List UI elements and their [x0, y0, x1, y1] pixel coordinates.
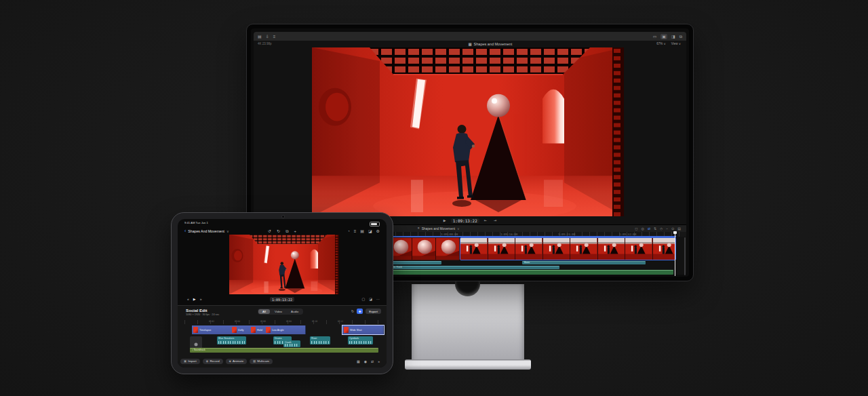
timeline-index-icon[interactable]: ≡ — [418, 227, 420, 231]
zoom-fit-icon[interactable]: ⊙ — [671, 227, 674, 231]
share-icon[interactable]: ⧉ — [679, 35, 682, 39]
solo-icon[interactable]: ◇ — [660, 227, 663, 231]
timeline-clip-dancer[interactable] — [460, 237, 676, 260]
battery-icon — [370, 222, 380, 226]
inspector-layout-icon[interactable]: ◨ — [671, 35, 675, 39]
timeline-project-menu[interactable]: Shapes and Movement — [422, 227, 455, 231]
clip-appearance-icon[interactable]: ◻ — [635, 227, 637, 231]
waveform — [311, 341, 329, 344]
ipad-transport: « ▶ » 1:09:13:22 ▢ ◪ ⋯ — [178, 296, 387, 303]
multicam-icon: ▦ — [253, 360, 256, 363]
video-clip[interactable]: Timelapse — [192, 325, 231, 334]
connected-audio-clip-bass[interactable]: Bass — [522, 261, 646, 264]
music-clip[interactable]: ♪ Soundtrack — [190, 348, 378, 353]
record-icon: ◉ — [206, 360, 209, 363]
multicam-button[interactable]: ▦ Multicam — [250, 359, 273, 364]
sidebar-icon[interactable]: ▤ — [258, 35, 262, 39]
skip-back-icon[interactable]: « — [187, 298, 189, 301]
clip-thumbnail — [251, 327, 256, 333]
undo-icon[interactable]: ↺ — [268, 229, 271, 233]
render-status-icon[interactable]: ◔ — [347, 229, 350, 233]
import-button[interactable]: ▣ Import — [180, 359, 200, 364]
layout-icon[interactable]: ◪ — [368, 229, 372, 233]
view-menu[interactable]: View ∨ — [671, 42, 681, 45]
export-button[interactable]: Export — [366, 309, 381, 314]
audio-clip[interactable]: Riser — [310, 336, 330, 344]
segment-video[interactable]: Video — [271, 309, 286, 314]
viewer-video[interactable] — [312, 47, 624, 216]
music-audio-clip[interactable] — [384, 270, 673, 275]
timeline-clip-discoball[interactable] — [388, 237, 460, 260]
waveform — [349, 341, 372, 344]
import-icon: ▣ — [184, 360, 186, 363]
audio-skimming-icon[interactable]: ⇅ — [654, 227, 656, 231]
clip-appearance-icon[interactable]: ▦ — [357, 360, 360, 363]
loop-icon[interactable]: ⇤ — [484, 219, 487, 222]
range-icon[interactable]: ⇥ — [494, 219, 496, 222]
fullscreen-icon[interactable]: ▢ — [362, 298, 366, 301]
viewer-info-label: 4K 23.98p — [258, 42, 272, 45]
back-icon[interactable]: ‹ — [184, 229, 186, 233]
timeline-tool-icons: ◻ ◎ ⇄ ⇅ ◇ − ⊙ ▤ — [635, 227, 681, 231]
video-clip-selected[interactable]: Wide Shot — [342, 325, 384, 334]
refresh-icon[interactable]: ↻ — [351, 310, 354, 313]
animate-button[interactable]: ◆ Animate — [226, 359, 248, 364]
jog-wheel-icon[interactable]: ◈ — [357, 309, 363, 314]
browser-icon[interactable]: ≡ — [354, 229, 357, 233]
play-icon[interactable]: ▶ — [443, 219, 446, 222]
video-clip[interactable]: Low Angle — [264, 325, 306, 334]
audio-clip[interactable]: Crash — [283, 340, 300, 347]
skip-forward-icon[interactable]: » — [200, 298, 202, 301]
ipad-project-menu[interactable]: Shapes And Movement — [188, 229, 224, 233]
settings-icon[interactable]: ⚙ — [376, 229, 380, 233]
focus-icon[interactable]: ◉ — [364, 360, 367, 363]
mac-toolbar: ▤ ⇩ ≡ ▭ ▣ ◨ ⧉ — [254, 32, 686, 41]
playhead[interactable] — [675, 231, 675, 276]
skimming-icon[interactable]: ⇄ — [648, 227, 650, 231]
ipad-viewer-video[interactable] — [229, 235, 339, 294]
browser-layout-icon[interactable]: ▭ — [653, 35, 657, 39]
import-media-icon[interactable]: ⇩ — [266, 35, 269, 39]
connected-audio-clip[interactable] — [389, 261, 441, 264]
timeline-scrollbar[interactable] — [684, 237, 686, 275]
clip-thumbnail — [344, 327, 349, 333]
ipad-timeline-title: Social Edit — [186, 308, 208, 313]
ipad-timecode[interactable]: 1:09:13:22 — [270, 297, 294, 302]
inspector-icon[interactable]: ▤ — [360, 229, 364, 233]
record-button[interactable]: ◉ Record — [203, 359, 223, 364]
status-bar-time: 9:41 AM Tue Jun 1 — [184, 221, 208, 224]
video-clip[interactable]: Hold — [250, 325, 265, 334]
pip-icon[interactable]: ◪ — [369, 298, 372, 301]
audio-clip[interactable]: Cymbals — [348, 336, 373, 344]
timeline-filter-segmented: All Video Audio — [258, 309, 303, 315]
ipad-timeline-ruler[interactable]: 0:02 0:04 0:06 0:08 0:10 0:12 — [184, 320, 382, 324]
index-icon[interactable]: ≡ — [273, 35, 276, 39]
viewer-timecode[interactable]: 1:09:13:22 — [451, 218, 479, 223]
clip-thumbnail — [193, 327, 198, 333]
play-icon[interactable]: ▶ — [193, 298, 196, 301]
forward-icon[interactable]: » — [378, 360, 380, 363]
search-icon[interactable]: ◎ — [642, 227, 644, 231]
clip-height-icon[interactable]: ▤ — [677, 227, 681, 231]
ipad-timeline-meta: 1080 × 1920 · 30 fps · 24 sec — [186, 313, 220, 316]
viewer-layout-icon[interactable]: ▣ — [660, 34, 667, 39]
clip-thumbnail — [266, 327, 271, 333]
waveform — [285, 344, 299, 346]
segment-all[interactable]: All — [258, 309, 270, 314]
snapping-icon[interactable]: − — [666, 227, 668, 231]
animate-icon: ◆ — [229, 360, 231, 363]
copy-icon[interactable]: ⧉ — [285, 229, 288, 233]
ipad-bottom-toolbar: ▣ Import ◉ Record ◆ Animate ▦ Multicam — [178, 357, 387, 366]
redo-icon[interactable]: ↻ — [277, 229, 280, 233]
audio-clip[interactable]: Blue Sneakers — [217, 336, 246, 344]
swap-icon[interactable]: ⇄ — [371, 360, 374, 363]
connected-audio-clip-acoustic[interactable]: Acoustic Rock — [384, 266, 559, 269]
zoom-level-menu[interactable]: 67% ∨ — [656, 42, 666, 45]
segment-audio[interactable]: Audio — [287, 309, 302, 314]
add-media-icon[interactable]: + — [294, 229, 296, 233]
more-icon[interactable]: ⋯ — [376, 298, 380, 301]
viewer-controls: 67% ∨ View ∨ — [656, 42, 681, 45]
project-icon: ▦ — [468, 42, 471, 46]
fcp-ipad-app: 9:41 AM Tue Jun 1 ‹ Shapes And Movement … — [178, 219, 387, 368]
video-clip[interactable]: Dolly — [231, 325, 250, 334]
